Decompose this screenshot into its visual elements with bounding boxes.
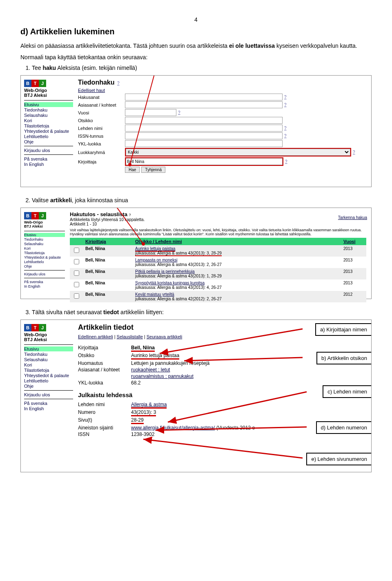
val-issn: 1238-3902 [131,431,154,437]
callout-d: d) Lehden numeron [316,421,372,434]
nav3-tilasto[interactable]: Tilastotietoja [24,368,73,373]
section-heading: d) Artikkelien lukeminen [20,27,372,36]
label-luokka: Luokkaryhmä [78,150,125,155]
nav3-tiedonhaku[interactable]: Tiedonhaku [24,352,73,357]
next-article-link[interactable]: Seuraava artikkeli [147,334,182,339]
nav-sv[interactable]: På svenska [24,156,73,161]
screenshot-results: Tarkenna hakua BTJ Web-Origo BTJ Aleksi … [20,208,372,299]
row-checkbox[interactable] [74,270,79,276]
nav-tiedonhaku[interactable]: Tiedonhaku [24,107,73,112]
row-checkbox[interactable] [74,282,79,287]
svg-line-8 [143,439,303,458]
nav2-lehti[interactable]: Lehtiluettelo [24,260,65,264]
brand-2b: BTJ Aleksi [24,224,65,228]
search-title: Tiedonhaku ? [78,79,366,86]
col-kirjoittaja[interactable]: Kirjoittaja [83,238,133,245]
val-lehden-nimi[interactable]: Allergia & astma [131,402,167,409]
col-otsikko[interactable]: Otsikko / Lehden nimi [133,238,341,245]
val-otsikko: Aurinko lettuja paistaa [131,353,179,360]
results-range: Artikkelit 1 - 10 [70,222,366,226]
nav3-yhteys[interactable]: Yhteystiedot & palaute [24,373,73,378]
input-kirjoittaja[interactable] [126,158,283,165]
row-checkbox[interactable] [74,293,79,299]
input-hakusanat[interactable] [125,94,283,101]
nav2-selaushaku[interactable]: Selaushaku [24,242,65,246]
label-ykl: YKL-luokka [78,141,125,146]
nav3-ohje[interactable]: Ohje [24,384,73,389]
col-vuosi[interactable]: Vuosi [341,238,366,245]
nav3-logout[interactable]: Kirjaudu ulos [24,392,73,397]
nav-yhteys[interactable]: Yhteystiedot & palaute [24,129,73,134]
input-lehden[interactable] [125,125,283,132]
label-hakusanat: Hakusanat [78,95,125,100]
val-aineisto[interactable]: www.allergia.fi/julkaisut/allergia-astma… [131,425,215,431]
nav2-tiedonhaku[interactable]: Tiedonhaku [24,237,65,241]
prev-article-link[interactable]: Edellinen artikkeli [78,334,113,339]
btn-hae[interactable]: Hae [125,167,140,173]
nav-selaushaku[interactable]: Selaushaku [24,113,73,118]
input-asiasanat[interactable] [125,101,283,108]
brand-line-2: BTJ Aleksi [24,93,73,98]
sidebar-2: BTJ Web-Origo BTJ Aleksi Etusivu Tiedonh… [23,210,67,303]
nav2-yhteys[interactable]: Yhteystiedot & palaute [24,255,65,259]
nav-ohje[interactable]: Ohje [24,139,73,144]
sidebar: BTJ Web-Origo BTJ Aleksi Etusivu Tiedonh… [23,78,76,174]
nav-logout[interactable]: Kirjaudu ulos [24,148,73,153]
prev-searches-link[interactable]: Edelliset haut [78,88,105,93]
callout-c: c) Lehden nimen [323,385,372,398]
back-to-list-link[interactable]: Selauslistalle [117,334,143,339]
nav3-selaushaku[interactable]: Selaushaku [24,357,73,362]
select-luokka[interactable]: Kaikki [126,149,350,156]
nav3-etusivu[interactable]: Etusivu [24,346,73,351]
step-2: Valitse artikkeli, joka kiinnostaa sinua [32,197,372,203]
btj-logo-3: BTJ [24,324,46,331]
input-otsikko[interactable] [125,117,283,124]
nav2-logout[interactable]: Kirjaudu ulos [24,272,65,276]
nav3-sv[interactable]: På svenska [24,401,73,406]
callout-a: a) Kirjoittajan nimen [315,323,372,336]
nav2-etusivu[interactable]: Etusivu [24,233,65,237]
label-lehden: Lehden nimi [78,126,125,131]
lbl-kirjoittaja: Kirjoittaja [78,345,131,351]
nav-tilasto[interactable]: Tilastotietoja [24,123,73,128]
result-row[interactable]: Bell, Niina Kevät maistuu yrteiltäjulkai… [70,291,366,302]
nav2-sv[interactable]: På svenska [24,280,65,284]
val-asiasana-2[interactable]: ruoanvalmistus : pannukakut [131,373,194,379]
nav2-ohje[interactable]: Ohje [24,264,65,268]
result-row[interactable]: Bell, Niina Lampaasta on moneksijulkaisu… [70,257,366,268]
intro-paragraph-2: Normaali tapa käyttää tietokantaa onkin … [20,54,372,62]
row-checkbox[interactable] [74,248,79,253]
screenshot-search-form: BTJ Web-Origo BTJ Aleksi Etusivu Tiedonh… [20,75,372,187]
lbl-asiasanat: Asiasanat / kohteet [78,367,131,373]
row-checkbox[interactable] [74,259,79,264]
nav-lehti[interactable]: Lehtiluettelo [24,134,73,139]
nav2-kori[interactable]: Kori [24,246,65,250]
input-ykl[interactable] [125,140,283,147]
btj-logo: BTJ [24,80,46,87]
result-row[interactable]: Bell, Niina Aurinko lettuja paistaajulka… [70,245,366,257]
step-1: Tee haku Aleksista (esim. tekijän nimell… [32,65,372,71]
result-row[interactable]: Bell, Niina Syyspöytää koristaa kuningas… [70,279,366,291]
nav-kori[interactable]: Kori [24,118,73,123]
input-issn[interactable] [125,132,283,139]
label-asiasanat: Asiasanat / kohteet [78,103,125,107]
nav3-kori[interactable]: Kori [24,362,73,367]
callout-b: b) Artikkelin otsikon [316,352,372,364]
nav-en[interactable]: In English [24,162,73,167]
label-issn: ISSN-tunnus [78,134,125,139]
nav2-tilasto[interactable]: Tilastotietoja [24,251,65,255]
result-row[interactable]: Bell, Niina Pitkiä pellavia ja perinnehe… [70,268,366,279]
val-asiasana-1[interactable]: ruokaohjeet : letut [131,367,170,373]
btn-tyhjenna[interactable]: Tyhjennä [141,167,165,173]
page-number: 4 [20,16,372,23]
label-otsikko: Otsikko [78,118,125,123]
nav2-en[interactable]: In English [24,284,65,288]
nav3-lehti[interactable]: Lehtiluettelo [24,378,73,383]
results-count: Artikkeleita löytyi yhteensä 10 kappalet… [70,217,366,222]
nav-etusivu[interactable]: Etusivu [24,102,73,107]
input-vuosi[interactable] [125,109,176,116]
label-kirjoittaja: Kirjoittaja [78,159,125,164]
nav3-en[interactable]: In English [24,406,73,411]
lbl-huom: Huomautus [78,360,131,366]
refine-search-link[interactable]: Tarkenna hakua [338,215,367,220]
